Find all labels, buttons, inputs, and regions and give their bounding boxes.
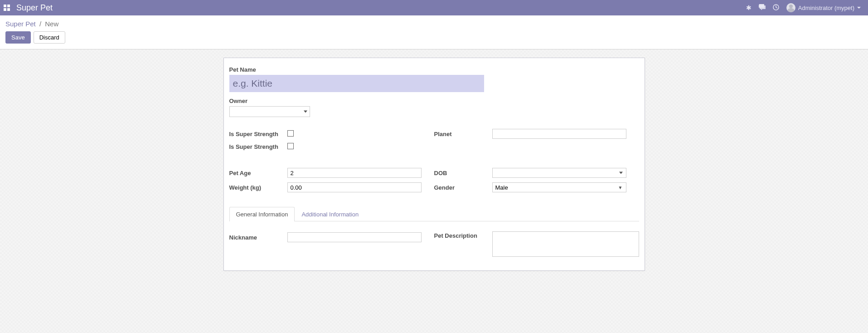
navbar-right: ✱ Administrator (mypet) <box>746 3 861 12</box>
gender-select[interactable] <box>492 182 626 192</box>
tab-general-information[interactable]: General Information <box>229 207 295 221</box>
save-button[interactable]: Save <box>5 31 31 44</box>
user-menu[interactable]: Administrator (mypet) <box>786 3 861 12</box>
pet-age-label: Pet Age <box>229 170 287 176</box>
dob-input[interactable] <box>492 168 626 178</box>
owner-input[interactable] <box>229 106 310 117</box>
nickname-label: Nickname <box>229 234 287 241</box>
is-super-strength-2-checkbox[interactable] <box>287 143 294 149</box>
nickname-input[interactable] <box>287 232 422 242</box>
app-title[interactable]: Super Pet <box>16 3 53 13</box>
owner-label: Owner <box>229 98 484 104</box>
is-super-strength-1-label: Is Super Strength <box>229 131 287 137</box>
is-super-strength-1-checkbox[interactable] <box>287 130 294 137</box>
is-super-strength-2-label: Is Super Strength <box>229 143 287 150</box>
breadcrumb: Super Pet / New <box>5 20 863 28</box>
control-panel: Super Pet / New Save Discard <box>0 15 868 49</box>
messages-icon[interactable] <box>759 4 766 11</box>
tab-additional-information[interactable]: Additional Information <box>295 207 365 221</box>
breadcrumb-root[interactable]: Super Pet <box>5 20 36 28</box>
form-sheet: Pet Name Owner Is Super Strength Is Supe… <box>223 58 645 271</box>
notebook-tabs: General Information Additional Informati… <box>229 207 639 259</box>
pet-description-textarea[interactable] <box>492 231 639 257</box>
dob-label: DOB <box>434 170 492 176</box>
weight-input[interactable] <box>287 182 422 192</box>
pet-age-input[interactable] <box>287 168 422 178</box>
discard-button[interactable]: Discard <box>34 31 65 44</box>
weight-label: Weight (kg) <box>229 184 287 191</box>
debug-icon[interactable]: ✱ <box>746 4 752 11</box>
user-label: Administrator (mypet) <box>798 5 854 11</box>
sheet-background: Pet Name Owner Is Super Strength Is Supe… <box>0 49 868 289</box>
top-navbar: Super Pet ✱ Administrator (mypet) <box>0 0 868 15</box>
pet-name-input[interactable] <box>229 75 484 92</box>
gender-label: Gender <box>434 184 492 191</box>
chevron-down-icon <box>857 7 861 9</box>
breadcrumb-separator: / <box>39 20 41 28</box>
planet-input[interactable] <box>492 129 626 139</box>
pet-name-label: Pet Name <box>229 66 484 73</box>
breadcrumb-current: New <box>45 20 58 28</box>
planet-label: Planet <box>434 131 492 137</box>
navbar-left: Super Pet <box>4 3 53 13</box>
avatar-icon <box>786 3 795 12</box>
apps-icon[interactable] <box>4 5 10 11</box>
pet-description-label: Pet Description <box>434 231 492 239</box>
activity-icon[interactable] <box>773 4 779 12</box>
